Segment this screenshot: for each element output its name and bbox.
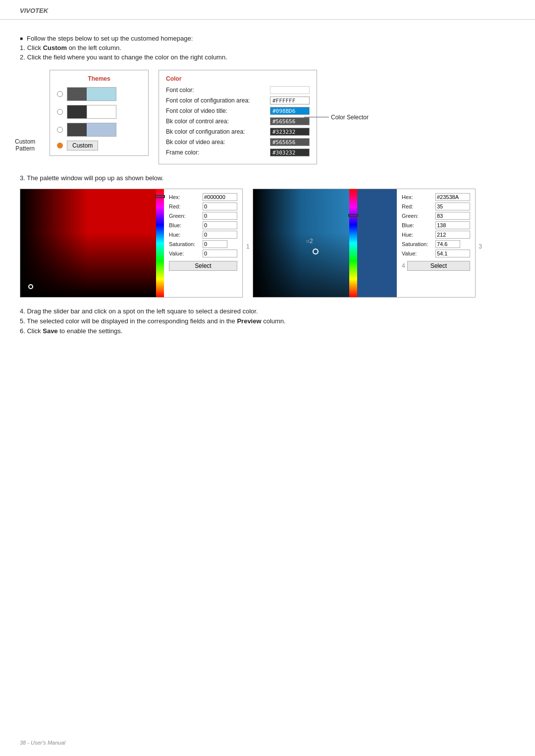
font-color-swatch[interactable] [270,86,310,94]
themes-panel: Themes [50,70,149,156]
config-bk-swatch[interactable]: #323232 [270,128,310,136]
hex-input-left[interactable] [203,193,237,201]
color-panel-title: Color [166,75,310,82]
theme-light-1 [87,88,116,101]
color-row-video-bk: Bk color of video area: #565656 [166,138,310,146]
palette-window-left: Hex: Red: Green: Blue: Hue: [20,189,243,298]
sat-label-right: Saturation: [402,241,435,247]
palette-window-right: 1 ○2 3 Hex: [253,189,476,298]
video-bk-value: #565656 [272,139,295,146]
step5-pre: 5. The selected color will be displayed … [20,317,237,325]
hue-input-left[interactable] [203,231,237,239]
hue-handle-right[interactable] [348,214,358,217]
color-gradient-right[interactable]: ○2 [253,189,349,297]
control-bk-label: Bk color of control area: [166,118,270,125]
video-font-label: Font color of video title: [166,107,270,114]
theme-preview-3[interactable] [67,123,116,137]
page-footer: 38 - User's Manual [20,739,65,746]
font-color-label: Font color: [166,87,270,94]
brand-logo: VIVOTEK [20,7,48,14]
theme-radio-3[interactable] [57,127,63,133]
blue-input-right[interactable] [435,221,470,229]
step5-bold: Preview [237,317,261,325]
themes-title: Themes [57,75,141,82]
red-row-right: Red: [402,202,470,210]
green-input-left[interactable] [203,212,237,220]
frame-label: Frame color: [166,149,270,156]
selector-text: Color Selector [331,114,369,121]
sat-input-left[interactable] [203,240,227,248]
theme-dark-2 [67,105,87,118]
color-gradient-left[interactable] [20,189,156,297]
color-row-control-bk: Bk color of control area: #565656 [166,117,310,125]
theme-radio-2[interactable] [57,109,63,115]
themes-color-row: Custom Pattern Themes [50,70,515,164]
red-input-right[interactable] [435,202,470,210]
hex-row-right: Hex: [402,193,470,201]
color-row-config-bk: Bk color of configuration area: #323232 [166,128,310,136]
preview-swatch-right [357,189,397,297]
select-row-right: 4 Select [402,261,470,271]
step5-post: column. [262,317,286,325]
sat-row-left: Saturation: [169,240,237,248]
theme-light-2 [87,105,116,118]
control-bk-value: #565656 [272,118,295,125]
sat-input-right[interactable] [435,240,460,248]
color-row-config-font: Font color of configuration area: #FFFFF… [166,97,310,104]
theme-preview-2[interactable] [67,105,116,119]
anno-4: 4 [402,262,405,269]
gradient-bg-left [20,189,156,297]
palette-fields-right: Hex: Red: Green: Blue: Hue: [397,189,475,297]
val-input-right[interactable] [435,250,470,257]
hue-row-right: Hue: [402,231,470,239]
red-row-left: Red: [169,202,237,210]
config-font-swatch[interactable]: #FFFFFF [270,97,310,104]
hex-label-left: Hex: [169,194,203,200]
hex-label-right: Hex: [402,194,435,200]
hex-input-right[interactable] [435,193,470,201]
config-bk-label: Bk color of configuration area: [166,128,270,135]
select-button-right[interactable]: Select [407,261,470,271]
step6-text: 6. Click Save to enable the settings. [20,327,515,335]
video-bk-label: Bk color of video area: [166,139,270,146]
step1-text: Click Custom on the left column. [27,44,121,51]
theme-row-1 [57,87,141,101]
anno-3: 3 [479,243,482,250]
red-label-left: Red: [169,203,203,209]
val-row-right: Value: [402,250,470,257]
color-selector-label: Color Selector [304,114,369,121]
steps-bottom: 4. Drag the slider bar and click on a sp… [20,307,515,335]
hue-strip-right[interactable] [349,189,357,297]
green-input-right[interactable] [435,212,470,220]
sat-label-left: Saturation: [169,241,203,247]
blue-row-left: Blue: [169,221,237,229]
anno-1: 1 [246,243,250,250]
config-bk-value: #323232 [272,129,295,135]
hue-container-left [156,189,164,297]
val-input-left[interactable] [203,250,237,257]
gradient-overlay-right [253,189,349,297]
hex-row-left: Hex: [169,193,237,201]
hue-input-right[interactable] [435,231,470,239]
theme-preview-1[interactable] [67,87,116,101]
video-bk-swatch[interactable]: #565656 [270,138,310,146]
custom-button[interactable]: Custom [67,141,98,151]
theme-radio-1[interactable] [57,91,63,97]
selector-line [304,117,329,117]
blue-input-left[interactable] [203,221,237,229]
step1-item: 1. Click Custom on the left column. [20,44,515,51]
red-input-left[interactable] [203,202,237,210]
frame-swatch[interactable]: #303232 [270,149,310,156]
theme-dark-3 [67,123,87,136]
custom-pattern-label: Custom Pattern [15,138,35,152]
palette-fields-left: Hex: Red: Green: Blue: Hue: [164,189,242,297]
hue-handle-left[interactable] [155,195,165,198]
bullet-text: Follow the steps below to set up the cus… [27,35,193,42]
select-button-left[interactable]: Select [169,261,237,271]
green-row-left: Green: [169,212,237,220]
instructions-section: ■ Follow the steps below to set up the c… [20,35,515,61]
custom-row: Custom [57,141,141,151]
hue-strip-left[interactable] [156,189,164,297]
page-header: VIVOTEK [0,0,535,20]
custom-radio[interactable] [57,143,63,149]
